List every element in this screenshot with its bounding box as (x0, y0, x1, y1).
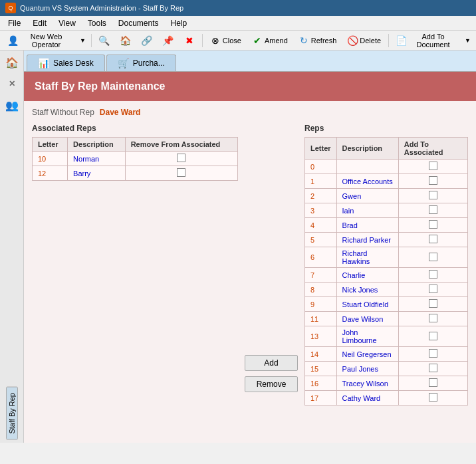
staff-by-rep-tab[interactable]: Staff By Rep (6, 387, 18, 440)
reps-section: Reps Letter Description Add To Associate… (304, 124, 468, 406)
reps-desc-cell: Richard Hawkins (336, 247, 398, 268)
reps-table-row: 7 Charlie (305, 268, 468, 283)
link-button[interactable]: 🔗 (137, 33, 157, 49)
delete-button[interactable]: 🚫 Delete (342, 33, 386, 49)
reps-add-cell (398, 283, 467, 297)
reps-letter-cell: 7 (305, 268, 337, 283)
title-bar: Q Quantum VS System Administration - Sta… (0, 0, 476, 16)
reps-add-cell (398, 247, 467, 268)
menu-view[interactable]: View (53, 17, 81, 29)
reps-add-cell (398, 347, 467, 362)
reps-add-checkbox[interactable] (429, 349, 437, 358)
refresh-icon: ↻ (298, 35, 309, 46)
assoc-desc-cell: Norman (68, 152, 126, 166)
reps-add-checkbox[interactable] (429, 235, 437, 243)
reps-add-checkbox[interactable] (429, 378, 437, 387)
reps-add-checkbox[interactable] (429, 220, 437, 229)
new-web-operator-dropdown-arrow[interactable]: ▼ (77, 33, 88, 49)
associated-table-row: 12 Barry (33, 166, 238, 181)
close-button[interactable]: ⊗ Close (205, 33, 246, 49)
assoc-desc-cell: Barry (68, 166, 126, 181)
separator-2 (202, 34, 203, 47)
reps-add-checkbox[interactable] (429, 332, 437, 340)
reps-table-row: 2 Gwen (305, 189, 468, 203)
reps-add-checkbox[interactable] (429, 299, 437, 308)
reps-table-row: 15 Paul Jones (305, 362, 468, 376)
reps-desc-cell: Office Accounts (336, 174, 398, 189)
app-icon: Q (5, 3, 16, 13)
reps-col-letter: Letter (305, 138, 337, 160)
assoc-remove-checkbox[interactable] (177, 168, 185, 177)
pin-icon: 📌 (163, 35, 174, 46)
reps-table-row: 17 Cathy Ward (305, 391, 468, 406)
refresh-button[interactable]: ↻ Refresh (294, 33, 342, 49)
new-web-operator-group: 👤 New Web Operator ▼ (3, 33, 88, 49)
associated-reps-table: Letter Description Remove From Associate… (32, 137, 238, 181)
reps-desc-cell: Richard Parker (336, 233, 398, 247)
tab-purchases[interactable]: 🛒 Purcha... (106, 55, 176, 71)
reps-table-row: 3 Iain (305, 203, 468, 218)
add-to-document-button[interactable]: 📄 Add To Document (392, 33, 462, 49)
assoc-col-remove: Remove From Associated (125, 138, 237, 152)
staff-name-value: Dave Ward (100, 108, 141, 117)
reps-add-checkbox[interactable] (429, 364, 437, 372)
reps-add-cell (398, 297, 467, 312)
close-icon: ⊗ (210, 35, 221, 46)
reps-desc-cell: Iain (336, 203, 398, 218)
reps-desc-cell: Paul Jones (336, 362, 398, 376)
search-button[interactable]: 🔍 (94, 33, 114, 49)
reps-table-row: 0 (305, 160, 468, 174)
menu-documents[interactable]: Documents (113, 17, 164, 29)
menu-file[interactable]: File (3, 17, 26, 29)
assoc-remove-checkbox[interactable] (177, 154, 185, 162)
reps-table-row: 5 Richard Parker (305, 233, 468, 247)
reps-add-cell (398, 312, 467, 326)
reps-desc-cell: Tracey Wilson (336, 376, 398, 391)
reps-add-checkbox[interactable] (429, 285, 437, 293)
reps-table-row: 11 Dave Wilson (305, 312, 468, 326)
assoc-letter-cell: 12 (33, 166, 68, 181)
amend-icon: ✔ (252, 35, 263, 46)
menu-help[interactable]: Help (166, 17, 193, 29)
menu-bar: File Edit View Tools Documents Help (0, 16, 476, 31)
reps-add-checkbox[interactable] (429, 176, 437, 185)
menu-tools[interactable]: Tools (82, 17, 112, 29)
add-to-document-dropdown-arrow[interactable]: ▼ (462, 33, 473, 49)
new-web-operator-button[interactable]: 👤 New Web Operator (3, 33, 77, 49)
add-button[interactable]: Add (245, 355, 298, 371)
side-people-icon[interactable]: 👥 (3, 96, 21, 114)
nav-tabs: 📊 Sales Desk 🛒 Purcha... (24, 51, 476, 72)
reps-add-checkbox[interactable] (429, 393, 437, 402)
reps-letter-cell: 8 (305, 283, 337, 297)
menu-edit[interactable]: Edit (27, 17, 52, 29)
home-button[interactable]: 🏠 (116, 33, 136, 49)
reps-add-checkbox[interactable] (429, 205, 437, 214)
reps-add-checkbox[interactable] (429, 314, 437, 322)
side-close-icon[interactable]: ✕ (3, 74, 21, 93)
assoc-col-letter: Letter (33, 138, 68, 152)
pin-button[interactable]: 📌 (158, 33, 178, 49)
add-to-document-group: 📄 Add To Document ▼ (392, 33, 473, 49)
delete-x-button[interactable]: ✖ (179, 33, 199, 49)
assoc-remove-cell (125, 166, 237, 181)
sales-desk-icon: 📊 (38, 58, 49, 68)
remove-button[interactable]: Remove (245, 376, 298, 392)
reps-table-row: 4 Brad (305, 218, 468, 233)
reps-letter-cell: 4 (305, 218, 337, 233)
reps-add-checkbox[interactable] (429, 162, 437, 170)
reps-table-row: 16 Tracey Wilson (305, 376, 468, 391)
reps-add-checkbox[interactable] (429, 270, 437, 279)
tab-sales-desk[interactable]: 📊 Sales Desk (27, 55, 105, 71)
reps-desc-cell: Gwen (336, 189, 398, 203)
side-home-icon[interactable]: 🏠 (3, 53, 21, 72)
reps-desc-cell: Brad (336, 218, 398, 233)
title-bar-text: Quantum VS System Administration - Staff… (20, 4, 183, 12)
amend-button[interactable]: ✔ Amend (247, 33, 293, 49)
home-icon: 🏠 (120, 35, 131, 46)
person-add-icon: 👤 (7, 35, 18, 46)
reps-add-checkbox[interactable] (429, 191, 437, 199)
page-title: Staff By Rep Maintenance (35, 80, 165, 92)
reps-add-checkbox[interactable] (429, 253, 437, 261)
associated-reps-title: Associated Reps (32, 124, 238, 133)
reps-add-cell (398, 160, 467, 174)
